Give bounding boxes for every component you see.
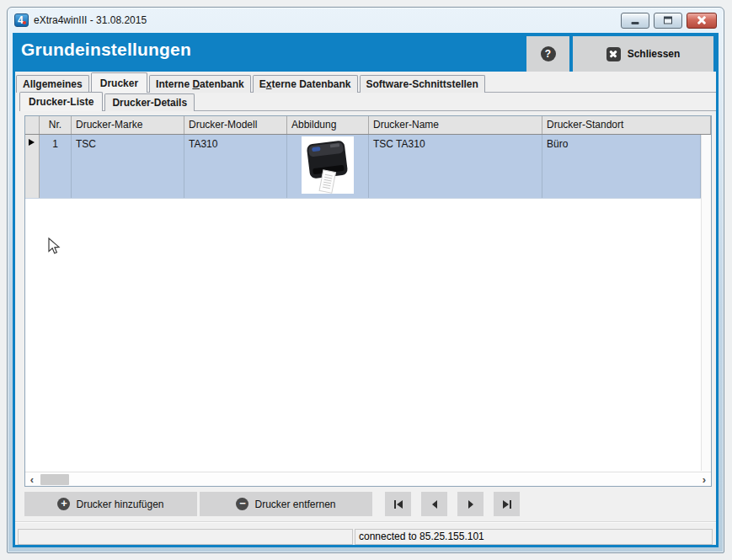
column-header-abbildung[interactable]: Abbildung [287, 116, 369, 134]
client-area: Grundeinstellungen ? Schliessen [13, 33, 719, 547]
window-close-button[interactable] [687, 13, 717, 29]
close-icon [606, 47, 621, 61]
cell-standort: Büro [542, 135, 701, 198]
status-bar: connected to 85.25.155.101 [18, 527, 713, 545]
app-logo-dot [23, 21, 26, 24]
titlebar[interactable]: 4 eXtra4winIII - 31.08.2015 [8, 8, 724, 33]
nav-next-button[interactable] [457, 492, 484, 516]
tab-interne-datenbank[interactable]: Interne Datenbank [149, 75, 251, 93]
column-header-name[interactable]: Drucker-Name [369, 116, 542, 134]
help-icon: ? [541, 46, 556, 61]
nav-previous-button[interactable] [421, 492, 447, 516]
nav-first-button[interactable] [385, 492, 411, 516]
column-header-marke[interactable]: Drucker-Marke [72, 116, 184, 134]
page-title: Grundeinstellungen [21, 40, 191, 60]
column-header-standort[interactable]: Drucker-Standort [542, 116, 711, 134]
window-title: eXtra4winIII - 31.08.2015 [34, 14, 147, 26]
column-header-nr[interactable]: Nr. [40, 116, 72, 134]
action-buttons: + Drucker hinzufügen − Drucker entfernen [24, 492, 530, 516]
column-header-selector[interactable] [25, 116, 40, 134]
close-dialog-label: Schliessen [628, 48, 681, 60]
next-record-icon [466, 499, 476, 509]
cell-marke: TSC [72, 135, 184, 198]
column-header-modell[interactable]: Drucker-Modell [184, 116, 287, 134]
cell-modell: TA310 [184, 135, 287, 198]
app-header: Grundeinstellungen ? Schliessen [13, 33, 719, 72]
cell-name: TSC TA310 [369, 135, 542, 198]
minimize-icon [632, 22, 639, 24]
grid-header: Nr. Drucker-Marke Drucker-Modell Abbildu… [25, 116, 711, 135]
close-dialog-button[interactable]: Schliessen [573, 36, 713, 72]
maximize-button[interactable] [654, 13, 682, 29]
scrollbar-thumb[interactable] [40, 474, 69, 485]
scroll-right-icon[interactable]: › [697, 473, 711, 486]
nav-last-button[interactable] [494, 492, 520, 516]
sub-tabs: Drucker-Liste Drucker-Details [19, 93, 716, 111]
cell-abbildung [287, 135, 369, 198]
remove-printer-label: Drucker entfernen [254, 499, 335, 510]
printer-image [302, 136, 354, 196]
tab-drucker[interactable]: Drucker [91, 72, 147, 93]
content-area: Allgemeines Drucker Interne Datenbank Ex… [15, 72, 716, 545]
plus-icon: + [57, 498, 70, 510]
status-panel-left [18, 529, 353, 545]
app-logo-glyph: 4 [18, 14, 24, 26]
first-record-icon [393, 499, 403, 509]
remove-printer-button[interactable]: − Drucker entfernen [200, 492, 372, 516]
app-logo-icon: 4 [14, 13, 29, 27]
main-tabs: Allgemeines Drucker Interne Datenbank Ex… [16, 73, 716, 93]
table-row[interactable]: 1 TSC TA310 [25, 135, 701, 199]
scroll-left-icon[interactable]: ‹ [25, 473, 39, 486]
add-printer-label: Drucker hinzufügen [76, 499, 163, 510]
minimize-button[interactable] [621, 13, 649, 29]
tab-drucker-details[interactable]: Drucker-Details [104, 93, 195, 111]
separator-line [15, 521, 716, 523]
tab-externe-datenbank[interactable]: Externe Datenbank [253, 75, 358, 93]
previous-record-icon [430, 499, 440, 509]
minus-icon: − [236, 498, 248, 510]
row-selector-cell[interactable] [25, 135, 40, 198]
screen: 4 eXtra4winIII - 31.08.2015 Grundeinstel [0, 0, 732, 560]
printer-grid: Nr. Drucker-Marke Drucker-Modell Abbildu… [24, 115, 712, 487]
maximize-icon [664, 17, 672, 24]
app-window: 4 eXtra4winIII - 31.08.2015 Grundeinstel [7, 7, 724, 553]
tab-drucker-liste[interactable]: Drucker-Liste [19, 92, 103, 111]
vertical-scrollbar[interactable] [701, 135, 711, 471]
last-record-icon [502, 499, 512, 509]
tab-software-schnittstellen[interactable]: Software-Schnittstellen [360, 75, 485, 93]
row-selector-icon [29, 139, 35, 146]
add-printer-button[interactable]: + Drucker hinzufügen [24, 492, 197, 516]
cell-nr: 1 [40, 135, 72, 198]
header-buttons: ? Schliessen [526, 36, 713, 72]
window-controls [621, 13, 717, 29]
horizontal-scrollbar[interactable]: ‹ › [25, 472, 711, 486]
tab-allgemeines[interactable]: Allgemeines [16, 75, 89, 93]
status-panel-connection: connected to 85.25.155.101 [355, 529, 713, 545]
help-button[interactable]: ? [526, 36, 569, 72]
